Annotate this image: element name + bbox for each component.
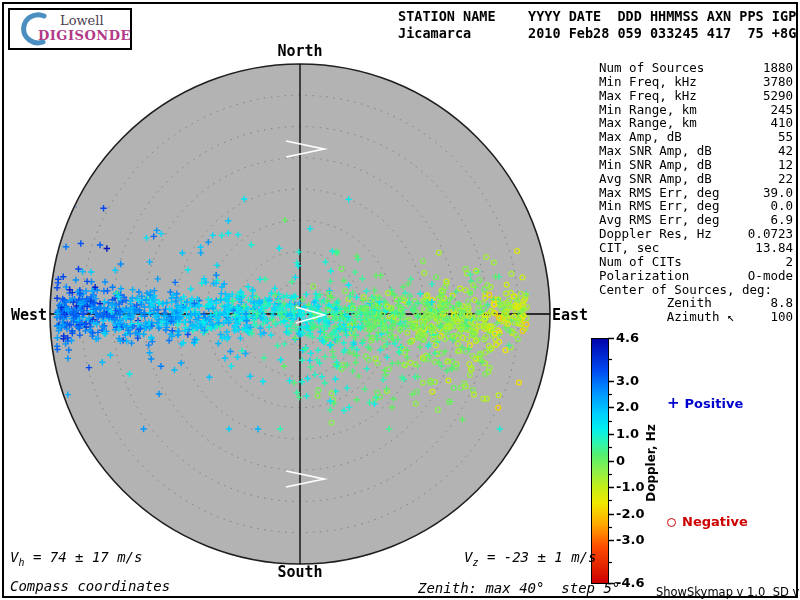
stat-label: Max RMS Err, deg xyxy=(599,185,719,199)
stats-panel: Num of Sources1880Min Freq, kHz3780Max F… xyxy=(599,60,793,323)
stat-row: Zenith8.8 xyxy=(599,295,793,309)
stat-label: CIT, sec xyxy=(599,240,659,254)
stat-row: Min Freq, kHz3780 xyxy=(599,74,793,88)
colorbar-axis-label: Doppler, Hz xyxy=(644,424,658,502)
stat-label: Num of CITs xyxy=(599,254,682,268)
stat-value: 42 xyxy=(778,143,793,157)
legend-positive: +Positive xyxy=(667,394,743,412)
stat-label: Doppler Res, Hz xyxy=(599,226,712,240)
logo-digisonde-text: DIGISONDE xyxy=(38,28,131,43)
stat-label: Center of Sources, deg: xyxy=(599,282,772,296)
stat-label: Num of Sources xyxy=(599,60,704,74)
circle-marker-icon xyxy=(667,518,676,527)
stat-value: 39.0 xyxy=(763,185,793,199)
stat-label: Min RMS Err, deg xyxy=(599,198,719,212)
stat-value: 100 xyxy=(770,309,793,323)
colorbar-tick-label: -3.0 xyxy=(616,532,644,547)
colorbar-tick-label: -1.0 xyxy=(616,479,644,494)
lowell-digisonde-logo: Lowell DIGISONDE xyxy=(8,8,132,50)
stat-row: CIT, sec13.84 xyxy=(599,240,793,254)
stat-row: Min RMS Err, deg0.0 xyxy=(599,198,793,212)
stat-label: Avg RMS Err, deg xyxy=(599,212,719,226)
stat-value: 245 xyxy=(770,102,793,116)
stat-row: Max Amp, dB55 xyxy=(599,129,793,143)
station-header: STATION NAME YYYY DATE DDD HHMMSS AXN PP… xyxy=(398,8,796,42)
stat-value: 1880 xyxy=(763,60,793,74)
stat-label: Max Range, km xyxy=(599,115,697,129)
stat-label: Avg SNR Amp, dB xyxy=(599,171,712,185)
stat-label: Max Freq, kHz xyxy=(599,88,697,102)
colorbar-tick-label: 3.0 xyxy=(616,373,639,388)
stat-value: 55 xyxy=(778,129,793,143)
stat-row: Azimuth ↖100 xyxy=(599,309,793,323)
stat-value: 8.8 xyxy=(770,295,793,309)
compass-label-west: West xyxy=(11,306,47,324)
stat-label: Max Amp, dB xyxy=(599,129,682,143)
stat-row: Num of CITs2 xyxy=(599,254,793,268)
colorbar-tick-label: -2.0 xyxy=(616,506,644,521)
stat-label: Polarization xyxy=(599,268,689,282)
stat-value: 3780 xyxy=(763,74,793,88)
version-label: ShowSkymap v 1.0 SD v 4.2 xyxy=(656,585,800,599)
legend-negative-label: Negative xyxy=(682,514,748,529)
stat-value: 12 xyxy=(778,157,793,171)
compass-label-east: East xyxy=(552,306,588,324)
stat-label: Min Range, km xyxy=(599,102,697,116)
stat-row: Center of Sources, deg: xyxy=(599,282,793,296)
stat-row: Max SNR Amp, dB42 xyxy=(599,143,793,157)
stat-row: Min Range, km245 xyxy=(599,102,793,116)
colorbar-tick-label: 4.6 xyxy=(616,330,639,345)
logo-lowell-text: Lowell xyxy=(60,13,104,28)
legend-negative: Negative xyxy=(667,514,748,529)
stat-value: 22 xyxy=(778,171,793,185)
stat-row: Max Range, km410 xyxy=(599,115,793,129)
stat-row: PolarizationO-mode xyxy=(599,268,793,282)
colorbar-tick-label: 1.0 xyxy=(616,426,639,441)
zenith-range-note: Zenith: max 40° step 5° xyxy=(418,580,620,596)
stat-value: O-mode xyxy=(748,268,793,282)
colorbar-tick-label: 2.0 xyxy=(616,399,639,414)
colorbar-tick-label: 0 xyxy=(616,453,625,468)
stat-row: Max Freq, kHz5290 xyxy=(599,88,793,102)
stat-value: 0.0 xyxy=(770,198,793,212)
stat-row: Avg RMS Err, deg6.9 xyxy=(599,212,793,226)
stat-value: 2 xyxy=(785,254,793,268)
stat-value: 5290 xyxy=(763,88,793,102)
stat-label: Max SNR Amp, dB xyxy=(599,143,712,157)
stat-label: Azimuth ↖ xyxy=(599,309,734,323)
compass-label-north: North xyxy=(277,42,322,60)
stat-row: Avg SNR Amp, dB22 xyxy=(599,171,793,185)
plus-marker-icon: + xyxy=(667,394,680,412)
stat-label: Min SNR Amp, dB xyxy=(599,157,712,171)
colorbar-tick-label: -4.6 xyxy=(616,575,644,590)
compass-label-south: South xyxy=(277,563,322,581)
horizontal-velocity-readout: Vh = 74 ± 17 m/s xyxy=(10,549,142,568)
stat-label: Zenith xyxy=(599,295,712,309)
stat-value: 410 xyxy=(770,115,793,129)
stat-value: 13.84 xyxy=(755,240,793,254)
station-header-columns: STATION NAME YYYY DATE DDD HHMMSS AXN PP… xyxy=(398,8,796,24)
station-header-values: Jicamarca 2010 Feb28 059 033245 417 75 +… xyxy=(398,25,796,41)
stat-row: Num of Sources1880 xyxy=(599,60,793,74)
stat-row: Min SNR Amp, dB12 xyxy=(599,157,793,171)
stat-row: Max RMS Err, deg39.0 xyxy=(599,185,793,199)
stat-value: 6.9 xyxy=(770,212,793,226)
legend-positive-label: Positive xyxy=(685,396,744,411)
vertical-velocity-readout: Vz = -23 ± 1 m/s xyxy=(464,549,596,568)
stat-row: Doppler Res, Hz0.0723 xyxy=(599,226,793,240)
coordinates-note: Compass coordinates xyxy=(10,578,170,594)
showskymap-window: { "header": { "logo": { "line1": "Lowell… xyxy=(0,0,800,600)
stat-label: Min Freq, kHz xyxy=(599,74,697,88)
stat-value: 0.0723 xyxy=(748,226,793,240)
